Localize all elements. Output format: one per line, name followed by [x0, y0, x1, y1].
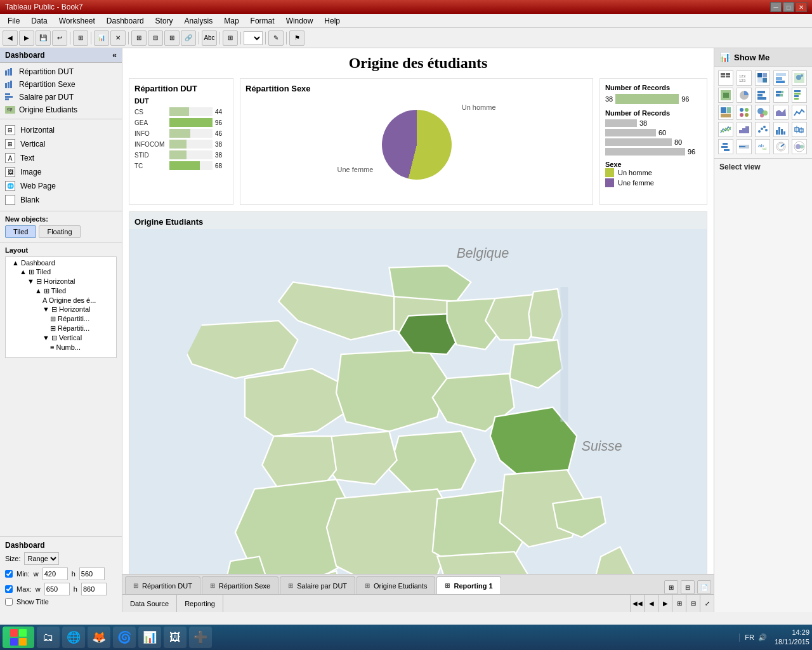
chart-icon-text-table[interactable]: [718, 70, 733, 86]
minimize-button[interactable]: ─: [770, 2, 782, 12]
tab-action-chart[interactable]: ⊞: [664, 580, 678, 594]
tab-repartition-dut[interactable]: ⊞ Répartition DUT: [125, 576, 200, 594]
toolbar-back[interactable]: ◀: [3, 30, 18, 46]
chart-icon-line-chart[interactable]: [792, 105, 807, 120]
chart-icon-scatter[interactable]: [755, 122, 770, 137]
toolbar-save[interactable]: 💾: [36, 30, 51, 46]
tree-item-repartiti2[interactable]: ⊞ Répartiti...: [7, 324, 115, 333]
chart-icon-dual-line[interactable]: [718, 122, 733, 137]
obj-vertical[interactable]: ⊞ Vertical: [5, 137, 117, 151]
toolbar-text[interactable]: Abc: [202, 30, 217, 46]
toolbar-chart2[interactable]: ✕: [110, 30, 126, 46]
toolbar-row[interactable]: ⊟: [148, 30, 163, 46]
obj-blank[interactable]: Blank: [5, 193, 117, 207]
tree-item-tiled2[interactable]: ▲ ⊞ Tiled: [7, 286, 115, 296]
status-reporting[interactable]: Reporting: [177, 595, 223, 612]
toolbar-pencil[interactable]: ✎: [268, 30, 284, 46]
chart-icon-h-bars[interactable]: [755, 88, 770, 103]
toolbar-forward[interactable]: ▶: [19, 30, 34, 46]
menu-map[interactable]: Map: [219, 15, 244, 27]
toolbar-chart1[interactable]: 📊: [94, 30, 109, 46]
chart-icon-histogram[interactable]: [773, 122, 789, 137]
taskbar-excel[interactable]: 📊: [138, 627, 161, 648]
taskbar-app2[interactable]: ➕: [189, 627, 212, 648]
tab-action-dashboard[interactable]: ⊟: [681, 580, 695, 594]
obj-webpage[interactable]: 🌐 Web Page: [5, 179, 117, 193]
tree-item-repartiti1[interactable]: ⊞ Répartiti...: [7, 314, 115, 324]
chart-icon-area-stepped[interactable]: [737, 122, 752, 137]
toolbar-flag[interactable]: ⚑: [289, 30, 304, 46]
chart-icon-box-plot[interactable]: [792, 122, 807, 137]
status-datasource[interactable]: Data Source: [122, 595, 177, 612]
chart-icon-packed-bubbles[interactable]: [755, 105, 770, 120]
toolbar-link[interactable]: 🔗: [181, 30, 196, 46]
chart-icon-number-table[interactable]: 123123: [737, 70, 752, 86]
tree-item-vertical[interactable]: ▼ ⊟ Vertical: [7, 333, 115, 343]
chart-icon-circle-packed[interactable]: [792, 139, 807, 154]
chart-icon-highlight-table[interactable]: [773, 70, 789, 86]
menu-help[interactable]: Help: [319, 15, 345, 27]
menu-analysis[interactable]: Analysis: [180, 15, 218, 27]
tree-item-numb[interactable]: ≡ Numb...: [7, 343, 115, 352]
toolbar-layout[interactable]: ⊞: [73, 30, 88, 46]
chart-icon-word-cloud[interactable]: abcd: [755, 139, 770, 154]
menu-file[interactable]: File: [3, 15, 25, 27]
tree-item-dashboard[interactable]: ▲ Dashboard: [7, 258, 115, 267]
menu-window[interactable]: Window: [281, 15, 318, 27]
obj-horizontal[interactable]: ⊟ Horizontal: [5, 123, 117, 137]
chart-icon-gantt[interactable]: [718, 139, 733, 154]
status-nav-layout[interactable]: ⊟: [686, 595, 700, 612]
toolbar-connect[interactable]: ⊞: [164, 30, 180, 46]
obj-image[interactable]: 🖼 Image: [5, 165, 117, 179]
status-nav-prev[interactable]: ◀◀: [630, 595, 644, 612]
start-button[interactable]: [3, 627, 34, 648]
props-min-checkbox[interactable]: [5, 570, 13, 578]
chart-icon-stacked-h-bars[interactable]: [773, 88, 789, 103]
layout-tree[interactable]: ▲ Dashboard ▲ ⊞ Tiled ▼ ⊟ Horizontal ▲ ⊞…: [5, 256, 117, 358]
props-min-w[interactable]: [43, 567, 68, 580]
sidebar-item-salaire-dut[interactable]: Salaire par DUT: [0, 91, 122, 103]
tab-repartition-sexe[interactable]: ⊞ Répartition Sexe: [202, 576, 278, 594]
taskbar-app[interactable]: 🖼: [164, 627, 187, 648]
sidebar-item-repartition-dut[interactable]: Répartition DUT: [0, 65, 122, 78]
sidebar-item-repartition-sexe[interactable]: Répartition Sexe: [0, 78, 122, 91]
props-showtitle-checkbox[interactable]: [5, 598, 13, 606]
menu-data[interactable]: Data: [26, 15, 52, 27]
status-nav-expand[interactable]: ⤢: [700, 595, 714, 612]
chart-icon-circle-view[interactable]: [737, 105, 752, 120]
taskbar-chrome[interactable]: 🌀: [113, 627, 136, 648]
menu-dashboard[interactable]: Dashboard: [102, 15, 149, 27]
props-max-h[interactable]: [81, 583, 107, 595]
status-nav-back[interactable]: ◀: [644, 595, 658, 612]
chart-icon-pie-chart[interactable]: [737, 88, 752, 103]
tab-action-story[interactable]: 📄: [697, 580, 711, 594]
props-max-checkbox[interactable]: [5, 585, 13, 593]
menu-story[interactable]: Story: [150, 15, 178, 27]
tab-origine-etudiants[interactable]: ⊞ Origine Etudiants: [357, 576, 435, 594]
props-size-select[interactable]: Range: [24, 552, 59, 565]
menu-format[interactable]: Format: [246, 15, 280, 27]
toolbar-view-select[interactable]: [244, 31, 263, 45]
chart-icon-area-chart[interactable]: [773, 105, 789, 120]
props-max-w[interactable]: [44, 583, 70, 595]
toolbar-refresh[interactable]: ↩: [52, 30, 67, 46]
taskbar-ie[interactable]: 🌐: [62, 627, 85, 648]
sidebar-item-origine-etudiants[interactable]: 🗺 Origine Etudiants: [0, 103, 122, 116]
tree-item-horizontal[interactable]: ▼ ⊟ Horizontal: [7, 277, 115, 286]
floating-button[interactable]: Floating: [39, 225, 80, 238]
tab-reporting1[interactable]: ⊞ Reporting 1: [436, 576, 501, 594]
toolbar-filter[interactable]: ⊞: [223, 30, 238, 46]
taskbar-explorer[interactable]: 🗂: [37, 627, 60, 648]
chart-icon-bullet[interactable]: [737, 139, 752, 154]
tree-item-tiled[interactable]: ▲ ⊞ Tiled: [7, 267, 115, 277]
props-min-h[interactable]: [79, 567, 105, 580]
chart-icon-radial[interactable]: [773, 139, 789, 154]
tree-item-horizontal2[interactable]: ▼ ⊟ Horizontal: [7, 305, 115, 314]
tab-salaire-dut[interactable]: ⊞ Salaire par DUT: [280, 576, 355, 594]
toolbar-col[interactable]: ⊞: [131, 30, 147, 46]
status-nav-grid[interactable]: ⊞: [672, 595, 686, 612]
close-button[interactable]: ✕: [796, 2, 807, 12]
menu-worksheet[interactable]: Worksheet: [54, 15, 100, 27]
chart-icon-side-h-bars[interactable]: [792, 88, 807, 103]
chart-icon-heat-map[interactable]: [755, 70, 770, 86]
